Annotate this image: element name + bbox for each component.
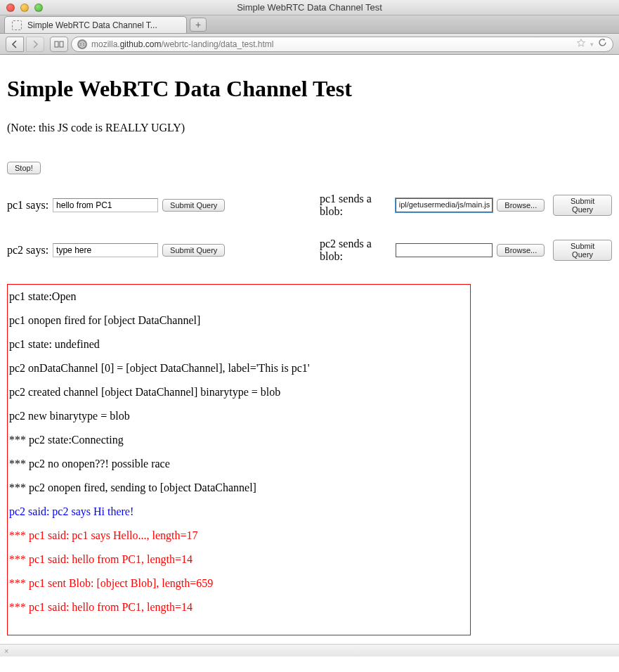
page-note: (Note: this JS code is REALLY UGLY): [7, 122, 612, 134]
log-line: pc1 state: undefined: [9, 332, 469, 356]
close-window-button[interactable]: [6, 4, 15, 12]
log-line: pc1 state:Open: [9, 285, 469, 309]
log-line: *** pc1 said: hello from PC1, length=14: [9, 548, 469, 571]
pc2-says-input[interactable]: [53, 243, 158, 257]
navigation-toolbar: mozilla.github.com/webrtc-landing/data_t…: [0, 34, 619, 55]
log-line: pc2 created channel [object DataChannel]…: [9, 380, 469, 404]
url-text: mozilla.github.com/webrtc-landing/data_t…: [91, 39, 273, 49]
pc1-says-cell: pc1 says: Submit Query: [7, 198, 313, 212]
log-line: *** pc2 onopen fired, sending to [object…: [9, 476, 469, 500]
log-line: *** pc2 state:Connecting: [9, 428, 469, 452]
pc2-blob-submit[interactable]: Submit Query: [553, 240, 612, 261]
pc2-says-label: pc2 says:: [7, 244, 48, 257]
page-heading: Simple WebRTC Data Channel Test: [7, 76, 612, 102]
window-title: Simple WebRTC Data Channel Test: [0, 2, 619, 13]
bookmark-star-icon[interactable]: [576, 38, 586, 50]
tab-strip: Simple WebRTC Data Channel T... +: [0, 15, 619, 34]
reload-button[interactable]: [598, 38, 607, 50]
log-line: *** pc1 said: pc1 says Hello..., length=…: [9, 524, 469, 548]
pc1-blob-submit[interactable]: Submit Query: [553, 195, 612, 216]
log-line: pc2 onDataChannel [0] = [object DataChan…: [9, 356, 469, 380]
pc2-blob-cell: pc2 sends a blob: Browse... Submit Query: [320, 238, 612, 263]
log-line: pc2 said: pc2 says Hi there!: [9, 500, 469, 524]
pc1-blob-label: pc1 sends a blob:: [320, 193, 391, 218]
log-line: pc1 onopen fired for [object DataChannel…: [9, 309, 469, 332]
pc2-blob-browse[interactable]: Browse...: [497, 244, 545, 257]
pc2-says-cell: pc2 says: Submit Query: [7, 243, 313, 257]
back-button[interactable]: [6, 37, 24, 52]
stop-button[interactable]: Stop!: [7, 162, 41, 174]
pc1-blob-browse[interactable]: Browse...: [497, 199, 545, 212]
page-content: Simple WebRTC Data Channel Test (Note: t…: [0, 55, 619, 644]
zoom-window-button[interactable]: [34, 4, 43, 12]
log-output[interactable]: pc1 state:Openpc1 onopen fired for [obje…: [7, 284, 471, 635]
new-tab-button[interactable]: +: [190, 18, 207, 32]
traffic-lights: [0, 4, 43, 12]
minimize-window-button[interactable]: [20, 4, 29, 12]
window-titlebar: Simple WebRTC Data Channel Test: [0, 0, 619, 15]
url-bar[interactable]: mozilla.github.com/webrtc-landing/data_t…: [71, 37, 613, 52]
pc1-blob-file-display[interactable]: ipl/getusermedia/js/main.js: [396, 198, 493, 212]
tab-groups-button[interactable]: [50, 37, 68, 52]
tab-title: Simple WebRTC Data Channel T...: [27, 20, 157, 30]
pc1-says-label: pc1 says:: [7, 199, 48, 212]
tab-favicon: [12, 20, 22, 30]
browser-tab[interactable]: Simple WebRTC Data Channel T...: [4, 16, 187, 33]
status-bar: ×: [0, 644, 619, 657]
pc1-blob-cell: pc1 sends a blob: ipl/getusermedia/js/ma…: [320, 193, 612, 218]
log-line: *** pc2 no onopen??! possible race: [9, 452, 469, 476]
pc2-says-submit[interactable]: Submit Query: [162, 244, 225, 257]
globe-icon: [77, 39, 87, 49]
pc2-blob-file-display[interactable]: [396, 243, 493, 257]
pc1-says-submit[interactable]: Submit Query: [162, 199, 225, 212]
statusbar-close-icon[interactable]: ×: [4, 647, 8, 655]
log-line: *** pc1 said: hello from PC1, length=14: [9, 595, 469, 619]
pc1-says-input[interactable]: [53, 198, 158, 212]
svg-rect-0: [55, 41, 58, 47]
log-line: pc2 new binarytype = blob: [9, 404, 469, 428]
forward-button[interactable]: [26, 37, 44, 52]
pc2-blob-label: pc2 sends a blob:: [320, 238, 391, 263]
dropdown-marker-icon[interactable]: ▾: [590, 41, 594, 48]
log-line: *** pc1 sent Blob: [object Blob], length…: [9, 571, 469, 595]
svg-rect-1: [60, 41, 63, 47]
